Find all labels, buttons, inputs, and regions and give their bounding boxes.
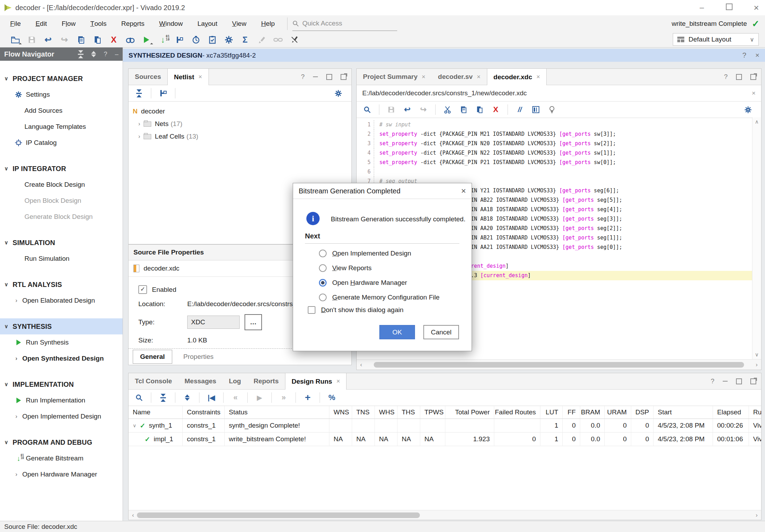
flow-section-ip-integrator[interactable]: ∨IP INTEGRATOR	[0, 161, 123, 177]
minimize-panel-icon[interactable]	[723, 381, 728, 382]
column-header-elapsed[interactable]: Elapsed	[713, 406, 749, 419]
menu-item-file[interactable]: File	[3, 15, 28, 32]
column-header-ff[interactable]: FF	[563, 406, 580, 419]
column-header-run-str[interactable]: Run Str	[749, 406, 761, 419]
flow-item-create-block-design[interactable]: Create Block Design	[0, 177, 123, 193]
flow-item-open-synthesized-design[interactable]: ›Open Synthesized Design	[0, 350, 123, 367]
lightbulb-icon[interactable]	[545, 103, 559, 116]
undo-button[interactable]: ↩	[40, 33, 56, 47]
column-header-failed-routes[interactable]: Failed Routes	[494, 406, 540, 419]
tab-design-runs[interactable]: Design Runs×	[285, 373, 347, 390]
flow-section-program-and-debug[interactable]: ∨PROGRAM AND DEBUG	[0, 434, 123, 450]
editor-delete-button[interactable]: X	[489, 103, 503, 116]
editor-vertical-scrollbar[interactable]: ∧∨	[752, 117, 761, 359]
menu-item-help[interactable]: Help	[254, 15, 282, 32]
editor-settings-gear-icon[interactable]	[741, 103, 755, 116]
help-icon[interactable]: ?	[724, 73, 728, 81]
close-icon[interactable]: ×	[336, 378, 340, 385]
tab-project-summary[interactable]: Project Summary×	[357, 69, 432, 85]
cancel-button[interactable]: Cancel	[423, 325, 459, 339]
editor-search-button[interactable]	[360, 103, 374, 116]
column-header-bram[interactable]: BRAM	[580, 406, 605, 419]
menu-item-view[interactable]: View	[225, 15, 254, 32]
close-icon[interactable]: ×	[477, 73, 481, 81]
flow-section-simulation[interactable]: ∨SIMULATION	[0, 235, 123, 251]
paste-button[interactable]	[89, 33, 105, 47]
menu-item-flow[interactable]: Flow	[54, 15, 83, 32]
float-panel-icon[interactable]	[750, 378, 756, 384]
tab-decoder-xdc[interactable]: decoder.xdc×	[487, 69, 547, 85]
banner-help-icon[interactable]: ?	[742, 51, 746, 59]
tree-item-decoder[interactable]: N decoder	[129, 105, 351, 118]
runs-add-button[interactable]: +	[301, 391, 315, 404]
close-icon[interactable]: ×	[198, 73, 202, 81]
flow-section-rtl-analysis[interactable]: ∨RTL ANALYSIS	[0, 276, 123, 293]
table-row-impl-1[interactable]: ✓impl_1constrs_1write_bitstream Complete…	[129, 433, 761, 446]
enabled-checkbox[interactable]: ✓	[138, 285, 147, 294]
tab-decoder-sv[interactable]: decoder.sv×	[432, 69, 487, 85]
runs-collapse-all-button[interactable]	[156, 391, 170, 404]
radio-open-hardware-manager[interactable]: Open Hardware Manager	[319, 278, 407, 288]
runs-horizontal-scrollbar[interactable]: ‹ ›	[129, 510, 761, 520]
tree-item-leaf-cells[interactable]: › Leaf Cells (13)	[129, 130, 351, 143]
flow-item-run-synthesis[interactable]: Run Synthesis	[0, 334, 123, 350]
radio-open-implemented-design[interactable]: Open Implemented Design	[319, 248, 411, 259]
column-header-lut[interactable]: LUT	[540, 406, 563, 419]
report-sum-button[interactable]: Σ	[237, 33, 253, 47]
maximize-panel-icon[interactable]	[326, 74, 332, 80]
float-panel-icon[interactable]	[341, 74, 347, 80]
help-icon[interactable]: ?	[711, 377, 714, 385]
close-icon[interactable]: ×	[537, 73, 540, 81]
column-header-status[interactable]: Status	[225, 406, 329, 419]
editor-undo-button[interactable]: ↩	[400, 103, 414, 116]
timing-button[interactable]	[188, 33, 204, 47]
close-icon[interactable]: ×	[422, 73, 425, 81]
column-header-constraints[interactable]: Constraints	[183, 406, 225, 419]
radio-circle-icon[interactable]	[319, 264, 327, 272]
column-header-tpws[interactable]: TPWS	[420, 406, 445, 419]
flow-section-synthesis[interactable]: ∨SYNTHESIS	[0, 318, 123, 334]
run-button[interactable]	[138, 33, 155, 47]
minimize-panel-icon[interactable]	[313, 76, 318, 77]
cut-button[interactable]	[440, 103, 454, 116]
find-button[interactable]	[122, 33, 138, 47]
open-hardware-button[interactable]	[171, 33, 188, 47]
minimize-button[interactable]: –	[697, 3, 707, 12]
column-header-uram[interactable]: URAM	[605, 406, 631, 419]
flow-item-language-templates[interactable]: Language Templates	[0, 119, 123, 135]
chevron-right-icon[interactable]: ›	[138, 133, 140, 140]
column-header-wns[interactable]: WNS	[329, 406, 352, 419]
minimize-panel-icon[interactable]: –	[115, 51, 118, 58]
banner-close-icon[interactable]: ×	[755, 51, 759, 59]
radio-circle-icon[interactable]	[319, 279, 327, 287]
type-browse-button[interactable]: …	[245, 314, 262, 330]
flow-section-project-manager[interactable]: ∨PROJECT MANAGER	[0, 71, 123, 87]
tab-netlist[interactable]: Netlist×	[167, 69, 209, 85]
maximize-panel-icon[interactable]	[736, 378, 742, 384]
expand-caret-icon[interactable]: ∨	[133, 423, 136, 428]
validate-button[interactable]	[204, 33, 220, 47]
tab-reports[interactable]: Reports	[247, 373, 285, 389]
layout-selector[interactable]: Default Layout ∨	[673, 33, 759, 46]
toggle-columns-button[interactable]	[529, 103, 543, 116]
column-header-name[interactable]: Name	[129, 406, 183, 419]
column-header-tns[interactable]: TNS	[352, 406, 375, 419]
runs-first-button[interactable]: |◀	[204, 391, 218, 404]
generate-bitstream-button[interactable]: ↓0110	[155, 33, 171, 47]
column-header-start[interactable]: Start	[654, 406, 713, 419]
tab-properties[interactable]: Properties	[176, 350, 221, 363]
menu-item-window[interactable]: Window	[152, 15, 190, 32]
tree-item-nets[interactable]: › Nets (17)	[129, 118, 351, 130]
flow-item-add-sources[interactable]: Add Sources	[0, 103, 123, 119]
flow-item-generate-bitstream[interactable]: ↓0110Generate Bitstream	[0, 450, 123, 466]
tab-log[interactable]: Log	[223, 373, 247, 389]
menu-item-reports[interactable]: Reports	[114, 15, 152, 32]
float-panel-icon[interactable]	[750, 74, 756, 80]
menu-item-edit[interactable]: Edit	[28, 15, 54, 32]
ok-button[interactable]: OK	[379, 325, 415, 339]
tab-messages[interactable]: Messages	[178, 373, 223, 389]
unlink-button[interactable]	[286, 33, 303, 47]
menu-item-layout[interactable]: Layout	[190, 15, 225, 32]
open-project-button[interactable]	[7, 33, 23, 47]
panel-settings-gear-icon[interactable]	[331, 87, 345, 100]
